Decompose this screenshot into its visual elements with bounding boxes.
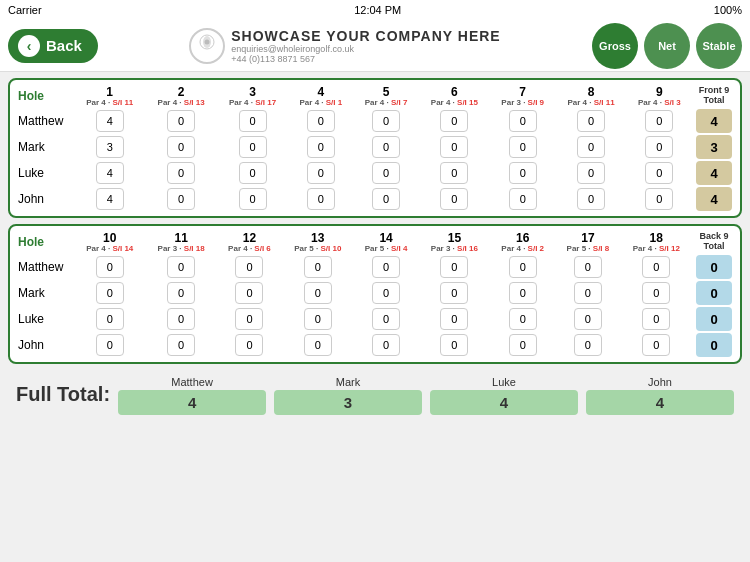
score-cell[interactable]: 0 (145, 254, 216, 280)
score-cell[interactable]: 0 (282, 332, 353, 358)
back-button[interactable]: ‹ Back (8, 29, 98, 63)
back9-hole-10: 10 Par 4 · S/I 14 (74, 230, 145, 254)
score-cell[interactable]: 0 (555, 108, 626, 134)
score-cell[interactable]: 0 (627, 160, 692, 186)
score-cell[interactable]: 0 (621, 254, 693, 280)
score-cell[interactable]: 0 (419, 186, 490, 212)
score-cell[interactable]: 0 (74, 306, 145, 332)
score-cell[interactable]: 0 (490, 160, 555, 186)
score-cell[interactable]: 0 (555, 160, 626, 186)
score-cell[interactable]: 0 (627, 186, 692, 212)
score-cell[interactable]: 0 (621, 306, 693, 332)
score-cell[interactable]: 0 (353, 186, 418, 212)
back9-player-row: John0000000000 (14, 332, 736, 358)
full-total-label: Full Total: (16, 383, 110, 406)
score-cell[interactable]: 0 (353, 108, 418, 134)
back9-hole-17: 17 Par 5 · S/I 8 (555, 230, 620, 254)
score-cell[interactable]: 0 (353, 160, 418, 186)
score-cell[interactable]: 0 (419, 306, 490, 332)
score-cell[interactable]: 0 (490, 134, 555, 160)
score-cell[interactable]: 4 (74, 108, 145, 134)
score-cell[interactable]: 0 (490, 306, 555, 332)
score-cell[interactable]: 4 (74, 186, 145, 212)
score-cell[interactable]: 0 (145, 306, 216, 332)
front9-total-cell: 4 (692, 108, 736, 134)
player-total-score: 4 (586, 390, 734, 415)
score-cell[interactable]: 0 (490, 280, 555, 306)
score-cell[interactable]: 0 (145, 108, 216, 134)
company-logo (189, 28, 225, 64)
back-label: Back (46, 37, 82, 54)
score-cell[interactable]: 0 (145, 186, 216, 212)
score-cell[interactable]: 0 (419, 332, 490, 358)
score-cell[interactable]: 0 (419, 160, 490, 186)
player-name: Luke (14, 160, 74, 186)
score-cell[interactable]: 0 (555, 332, 620, 358)
score-cell[interactable]: 0 (353, 134, 418, 160)
score-cell[interactable]: 0 (145, 134, 216, 160)
score-cell[interactable]: 4 (74, 160, 145, 186)
score-cell[interactable]: 0 (353, 254, 418, 280)
player-name: Mark (14, 280, 74, 306)
score-cell[interactable]: 0 (217, 134, 288, 160)
score-cell[interactable]: 0 (217, 254, 282, 280)
score-cell[interactable]: 0 (627, 108, 692, 134)
score-cell[interactable]: 0 (490, 254, 555, 280)
front9-hole-9: 9 Par 4 · S/I 3 (627, 84, 692, 108)
player-total-block: Mark3 (274, 376, 422, 415)
score-cell[interactable]: 0 (419, 280, 490, 306)
score-cell[interactable]: 0 (282, 306, 353, 332)
score-cell[interactable]: 0 (74, 254, 145, 280)
score-cell[interactable]: 0 (74, 332, 145, 358)
score-cell[interactable]: 0 (490, 108, 555, 134)
back9-scorecard: Hole 10 Par 4 · S/I 14 11 Par 3 · S/I 18… (8, 224, 742, 364)
gross-button[interactable]: Gross (592, 23, 638, 69)
front9-hole-header: Hole (14, 84, 74, 108)
front9-total-header: Front 9Total (692, 84, 736, 108)
score-cell[interactable]: 0 (217, 186, 288, 212)
player-name: John (14, 186, 74, 212)
score-cell[interactable]: 0 (555, 134, 626, 160)
score-cell[interactable]: 0 (627, 134, 692, 160)
score-cell[interactable]: 0 (217, 108, 288, 134)
score-cell[interactable]: 0 (621, 332, 693, 358)
score-cell[interactable]: 0 (74, 280, 145, 306)
score-cell[interactable]: 0 (145, 332, 216, 358)
score-cell[interactable]: 0 (555, 186, 626, 212)
back9-total-cell: 0 (692, 280, 736, 306)
score-cell[interactable]: 0 (282, 280, 353, 306)
score-cell[interactable]: 0 (621, 280, 693, 306)
score-cell[interactable]: 0 (145, 160, 216, 186)
header: ‹ Back SHOWCASE YOUR COMPANY HERE enquir… (0, 20, 750, 72)
score-cell[interactable]: 0 (353, 306, 418, 332)
score-cell[interactable]: 0 (419, 134, 490, 160)
net-button[interactable]: Net (644, 23, 690, 69)
score-cell[interactable]: 0 (555, 280, 620, 306)
score-cell[interactable]: 0 (353, 332, 418, 358)
score-cell[interactable]: 0 (217, 332, 282, 358)
score-cell[interactable]: 0 (288, 160, 353, 186)
score-cell[interactable]: 0 (419, 254, 490, 280)
score-cell[interactable]: 0 (282, 254, 353, 280)
status-bar: Carrier 12:04 PM 100% (0, 0, 750, 20)
score-cell[interactable]: 0 (288, 134, 353, 160)
score-cell[interactable]: 0 (217, 280, 282, 306)
score-cell[interactable]: 0 (217, 160, 288, 186)
score-cell[interactable]: 0 (555, 254, 620, 280)
header-center: SHOWCASE YOUR COMPANY HERE enquiries@who… (98, 28, 592, 64)
score-cell[interactable]: 0 (555, 306, 620, 332)
stable-button[interactable]: Stable (696, 23, 742, 69)
front9-hole-3: 3 Par 4 · S/I 17 (217, 84, 288, 108)
score-cell[interactable]: 0 (288, 186, 353, 212)
front9-hole-5: 5 Par 4 · S/I 7 (353, 84, 418, 108)
score-cell[interactable]: 0 (217, 306, 282, 332)
score-cell[interactable]: 0 (419, 108, 490, 134)
score-cell[interactable]: 0 (145, 280, 216, 306)
score-cell[interactable]: 0 (490, 332, 555, 358)
score-cell[interactable]: 0 (353, 280, 418, 306)
player-total-name: John (648, 376, 672, 388)
score-cell[interactable]: 0 (490, 186, 555, 212)
score-cell[interactable]: 3 (74, 134, 145, 160)
score-cell[interactable]: 0 (288, 108, 353, 134)
back9-hole-header: Hole (14, 230, 74, 254)
